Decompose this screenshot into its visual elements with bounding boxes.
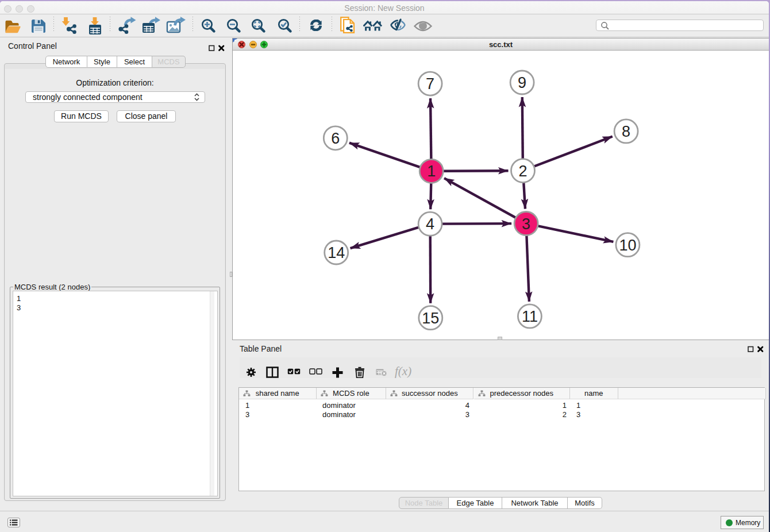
svg-text:1: 1 — [427, 163, 436, 180]
svg-text:3: 3 — [522, 215, 530, 233]
svg-text:10: 10 — [619, 237, 636, 254]
svg-text:7: 7 — [426, 75, 434, 92]
svg-text:8: 8 — [622, 123, 630, 140]
svg-text:9: 9 — [518, 74, 526, 91]
svg-text:14: 14 — [328, 244, 345, 261]
svg-text:15: 15 — [422, 310, 439, 327]
svg-text:4: 4 — [426, 215, 434, 233]
svg-text:2: 2 — [518, 163, 527, 180]
svg-text:11: 11 — [522, 308, 538, 325]
svg-text:6: 6 — [331, 130, 340, 147]
